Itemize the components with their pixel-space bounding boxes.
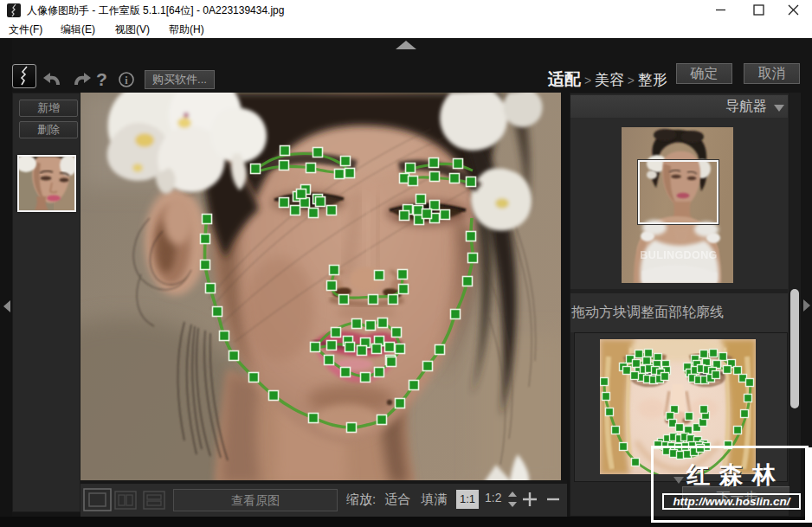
svg-text:i: i bbox=[125, 74, 128, 87]
svg-text:BULINGDONG: BULINGDONG bbox=[640, 249, 717, 261]
